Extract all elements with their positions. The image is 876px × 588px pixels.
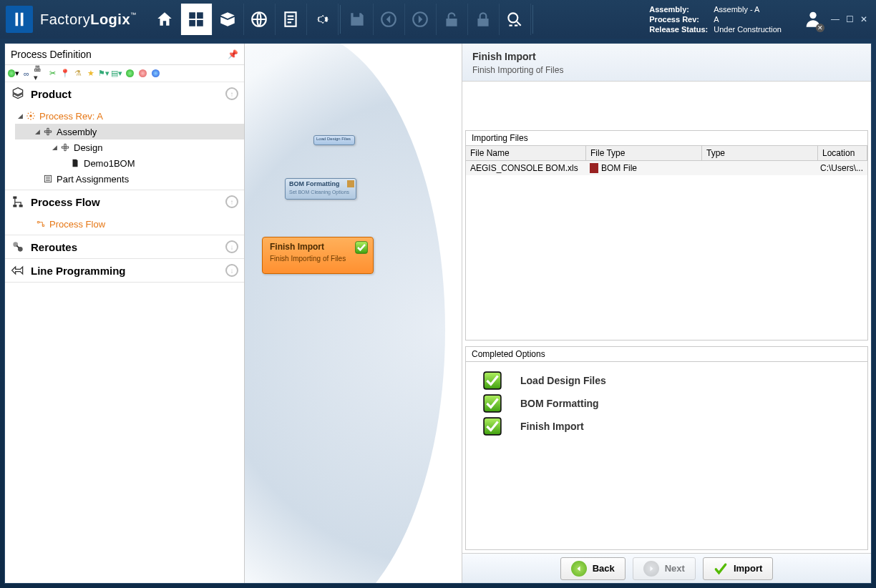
completed-item: Finish Import xyxy=(483,415,850,438)
assembly-value: Assembly - A xyxy=(714,4,782,14)
globe-button[interactable] xyxy=(244,4,276,35)
check-icon xyxy=(483,417,502,436)
svg-point-5 xyxy=(809,11,816,18)
mini-add[interactable]: ▾ xyxy=(8,68,19,79)
list-icon xyxy=(42,173,54,185)
maximize-button[interactable]: ☐ xyxy=(843,13,856,26)
assembly-icon xyxy=(42,126,54,137)
col-filename[interactable]: File Name xyxy=(466,146,586,160)
brand-logo xyxy=(6,6,33,33)
mini-flag[interactable]: ⚑▾ xyxy=(98,68,110,79)
completed-item: Load Design Files xyxy=(483,369,850,392)
release-label: Release Status: xyxy=(649,24,708,34)
section-reroutes-head[interactable]: Reroutes ↓ xyxy=(5,235,244,258)
box-button[interactable] xyxy=(213,4,244,35)
completed-item: BOM Formatting xyxy=(483,392,850,415)
cell-type xyxy=(701,161,816,175)
step1-label: Load Design Files xyxy=(316,137,351,141)
product-tree: ◢ Process Rev: A ◢ Assembly ◢ Design xyxy=(5,105,244,190)
up-arrow-icon: ↑ xyxy=(225,195,238,208)
mini-print[interactable]: 🖶▾ xyxy=(34,68,45,79)
mini-flask[interactable]: ⚗ xyxy=(72,68,84,79)
panel-header: Finish Import Finish Importing of Files xyxy=(462,44,871,82)
section-processflow-head[interactable]: Process Flow ↑ xyxy=(5,190,244,213)
brand-first: Factory xyxy=(40,11,90,27)
col-filetype[interactable]: File Type xyxy=(586,146,702,160)
panel-subtitle: Finish Importing of Files xyxy=(472,65,861,75)
svg-rect-8 xyxy=(13,197,16,199)
mini-info[interactable] xyxy=(150,68,161,79)
back-button[interactable]: Back xyxy=(560,557,626,580)
sidebar-title: Process Definition xyxy=(11,49,92,60)
importing-files-grid: Importing Files File Name File Type Type… xyxy=(465,130,868,340)
section-lineprog-head[interactable]: Line Programming ↓ xyxy=(5,259,244,282)
tree-processflow-item[interactable]: Process Flow xyxy=(15,216,244,232)
step-load-design[interactable]: Load Design Files xyxy=(313,135,355,145)
mini-pin[interactable]: 📍 xyxy=(59,68,71,79)
mini-no[interactable] xyxy=(137,68,148,79)
forward-nav-button[interactable] xyxy=(405,4,437,35)
assembly-label: Assembly: xyxy=(649,4,708,14)
col-location[interactable]: Location xyxy=(818,146,867,160)
flow-icon xyxy=(35,218,47,230)
mini-ok[interactable] xyxy=(124,68,135,79)
section-product-head[interactable]: Product ↑ xyxy=(5,82,244,105)
canvas[interactable]: Load Design Files BOM Formatting Set BOM… xyxy=(245,44,871,583)
unlock-button[interactable] xyxy=(437,4,468,35)
tree-demo1bom[interactable]: Demo1BOM xyxy=(15,155,244,171)
svg-rect-15 xyxy=(484,395,501,412)
next-label: Next xyxy=(665,563,685,574)
cell-filetype: BOM File xyxy=(585,161,701,175)
up-arrow-icon: ↑ xyxy=(225,87,238,100)
completed-options: Completed Options Load Design Files BOM … xyxy=(465,346,868,550)
gear-button[interactable] xyxy=(307,4,339,35)
close-button[interactable]: ✕ xyxy=(857,13,870,26)
grid-row[interactable]: AEGIS_CONSOLE BOM.xls BOM File C:\Users\… xyxy=(466,161,867,175)
svg-rect-10 xyxy=(19,205,23,207)
toolbar-main xyxy=(150,0,531,39)
grid-header: File Name File Type Type Location xyxy=(466,146,867,161)
section-product: Product ↑ ◢ Process Rev: A ◢ Assembly xyxy=(5,82,244,190)
import-button[interactable]: Import xyxy=(703,557,773,580)
procrev-value: A xyxy=(714,14,782,24)
section-processflow-label: Process Flow xyxy=(31,196,100,208)
tree-assembly[interactable]: ◢ Assembly xyxy=(15,124,244,139)
section-reroutes: Reroutes ↓ xyxy=(5,235,244,259)
search-button[interactable] xyxy=(500,4,531,35)
grid-button[interactable] xyxy=(181,4,213,35)
completed-item-0: Load Design Files xyxy=(520,375,606,386)
step2-sub: Set BOM Cleaning Options xyxy=(289,188,352,196)
svg-rect-14 xyxy=(484,372,501,389)
doc-button[interactable] xyxy=(276,4,307,35)
minimize-button[interactable]: — xyxy=(829,13,842,26)
processflow-tree: Process Flow xyxy=(5,213,244,235)
mini-layers[interactable]: ▤▾ xyxy=(111,68,122,79)
save-button[interactable] xyxy=(342,4,374,35)
tree-partassign-label: Part Assignments xyxy=(57,174,129,185)
svg-rect-16 xyxy=(484,418,501,435)
step-finish-import[interactable]: Finish Import Finish Importing of Files xyxy=(262,237,374,274)
user-menu[interactable]: ✕ xyxy=(803,9,823,31)
mini-star[interactable]: ★ xyxy=(85,68,97,79)
back-nav-button[interactable] xyxy=(374,4,405,35)
col-type[interactable]: Type xyxy=(702,146,818,160)
pin-icon[interactable]: 📌 xyxy=(228,49,238,59)
release-value: Under Construction xyxy=(714,24,782,34)
next-button: Next xyxy=(633,557,696,580)
tree-processrev[interactable]: ◢ Process Rev: A xyxy=(15,108,244,124)
procrev-label: Process Rev: xyxy=(649,14,708,24)
cell-filename: AEGIS_CONSOLE BOM.xls xyxy=(466,161,585,175)
down-arrow-icon: ↓ xyxy=(225,240,238,253)
lock-button[interactable] xyxy=(468,4,500,35)
bom-file-icon xyxy=(590,163,598,173)
mini-scissors[interactable]: ✂ xyxy=(47,68,58,79)
step-bom-formatting[interactable]: BOM Formatting Set BOM Cleaning Options xyxy=(285,178,356,200)
user-badge-icon: ✕ xyxy=(816,24,824,32)
tree-design[interactable]: ◢ Design xyxy=(15,139,244,155)
section-reroutes-label: Reroutes xyxy=(31,241,77,253)
home-button[interactable] xyxy=(150,4,181,35)
brand-second: Logix xyxy=(90,11,130,27)
file-icon xyxy=(69,157,81,169)
mini-link[interactable]: ∞ xyxy=(21,68,32,79)
tree-partassign[interactable]: Part Assignments xyxy=(15,171,244,187)
